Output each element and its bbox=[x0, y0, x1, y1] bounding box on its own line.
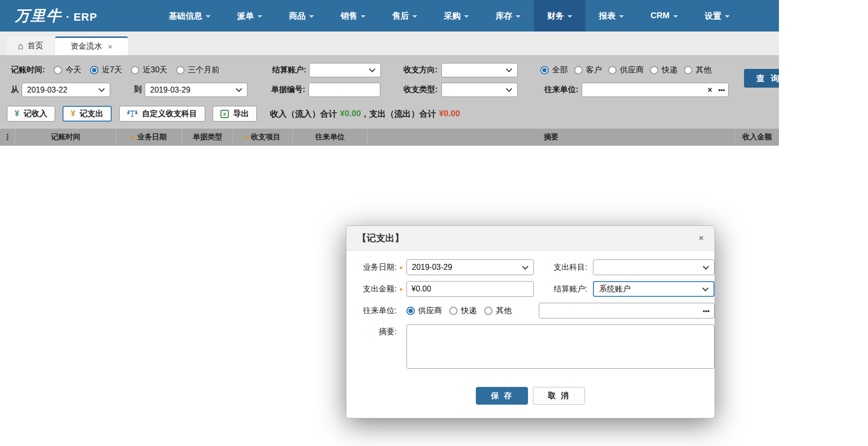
close-icon[interactable]: × bbox=[699, 233, 704, 243]
logo-suffix: · ERP bbox=[66, 11, 97, 24]
nav-item-products[interactable]: 商品 bbox=[276, 0, 327, 32]
nav-item-label: 基础信息 bbox=[169, 10, 202, 22]
radio-icon bbox=[540, 66, 549, 74]
expense-category-select[interactable] bbox=[593, 259, 714, 275]
nav-item-reports[interactable]: 报表 bbox=[586, 0, 637, 32]
dialog-row-summary: 摘要: bbox=[346, 324, 714, 369]
counterparty-label: 往来单位: bbox=[544, 85, 578, 95]
nav-item-purchase[interactable]: 采购 bbox=[431, 0, 482, 32]
filter-time-label: 记账时间: bbox=[11, 65, 45, 75]
ellipsis-icon[interactable]: ••• bbox=[703, 307, 710, 315]
brand-logo: 万里牛 · ERP bbox=[15, 6, 97, 26]
radio-label: 供应商 bbox=[620, 65, 644, 75]
settle-account-select[interactable] bbox=[309, 63, 381, 77]
tab-bar: ⌂ 首页 资金流水 × bbox=[0, 32, 779, 55]
dialog-row-amount-account: 支出金额: ▸ 结算账户: 系统账户 bbox=[346, 281, 714, 297]
nav-item-dispatch[interactable]: 派单 bbox=[224, 0, 276, 32]
select-value: 2019-03-29 bbox=[150, 86, 234, 95]
top-nav: 万里牛 · ERP 基础信息 派单 商品 销售 售后 采购 库存 财务 报表 C… bbox=[0, 0, 779, 32]
nav-item-aftersales[interactable]: 售后 bbox=[379, 0, 431, 32]
radio-other[interactable]: 其他 bbox=[484, 306, 512, 316]
expense-amount-input[interactable] bbox=[406, 281, 534, 297]
radio-label: 近30天 bbox=[143, 65, 167, 75]
type-select[interactable] bbox=[441, 83, 518, 97]
col-income-expense-item[interactable]: ▶ 收支项目 bbox=[233, 128, 293, 146]
tab-home[interactable]: ⌂ 首页 bbox=[7, 36, 54, 55]
nav-item-crm[interactable]: CRM bbox=[637, 0, 691, 32]
balance-scale-icon bbox=[127, 109, 138, 118]
tab-capital-flow[interactable]: 资金流水 × bbox=[55, 36, 128, 55]
nav-item-settings[interactable]: 设置 bbox=[691, 0, 743, 32]
date-from-select[interactable]: 2019-03-22 bbox=[22, 83, 110, 97]
record-expense-button[interactable]: ¥ 记支出 bbox=[62, 106, 112, 122]
col-business-date[interactable]: ▶ 业务日期 bbox=[117, 128, 182, 146]
select-value: 系统账户 bbox=[599, 284, 700, 294]
doc-no-input[interactable] bbox=[309, 83, 380, 97]
row-menu-column[interactable]: ⋮ bbox=[0, 128, 15, 146]
date-to-group: 到 2019-03-29 bbox=[134, 83, 248, 97]
excel-export-icon: x bbox=[220, 110, 229, 118]
totals-separator: ， bbox=[361, 108, 369, 120]
col-summary[interactable]: 摘要 bbox=[368, 128, 735, 146]
radio-customer[interactable]: 客户 bbox=[574, 65, 602, 75]
column-label: 业务日期 bbox=[137, 132, 167, 142]
date-to-select[interactable]: 2019-03-29 bbox=[145, 83, 248, 97]
counterparty-input[interactable] bbox=[539, 303, 714, 319]
settle-account-select[interactable]: 系统账户 bbox=[593, 281, 714, 297]
required-icon: ▸ bbox=[397, 264, 406, 271]
record-income-button[interactable]: ¥ 记收入 bbox=[7, 106, 55, 122]
radio-supplier[interactable]: 供应商 bbox=[406, 306, 442, 316]
yen-icon: ¥ bbox=[15, 109, 19, 118]
caret-down-icon bbox=[257, 15, 262, 18]
direction-select[interactable] bbox=[441, 63, 518, 77]
radio-today[interactable]: 今天 bbox=[54, 65, 81, 75]
logo-text: 万里牛 bbox=[15, 6, 62, 26]
col-doc-type[interactable]: 单据类型 bbox=[182, 128, 233, 146]
chevron-down-icon bbox=[98, 86, 105, 92]
cancel-button[interactable]: 取 消 bbox=[533, 387, 585, 405]
radio-label: 三个月前 bbox=[188, 65, 219, 75]
caret-down-icon bbox=[725, 15, 730, 18]
col-income-amount[interactable]: 收入金额 bbox=[735, 128, 779, 146]
col-counterparty[interactable]: 往来单位 bbox=[293, 128, 368, 146]
nav-item-base-info[interactable]: 基础信息 bbox=[155, 0, 224, 32]
nav-item-finance[interactable]: 财务 bbox=[534, 0, 586, 32]
settle-account-label: 结算账户: bbox=[537, 284, 587, 294]
export-button[interactable]: x 导出 bbox=[213, 106, 257, 122]
counterparty-input[interactable] bbox=[582, 83, 729, 97]
nav-item-label: 派单 bbox=[237, 10, 254, 22]
save-button[interactable]: 保 存 bbox=[476, 387, 528, 405]
nav-item-sales[interactable]: 销售 bbox=[327, 0, 379, 32]
expense-category-label: 支出科目: bbox=[537, 262, 587, 273]
radio-express[interactable]: 快递 bbox=[449, 306, 477, 316]
radio-label: 其他 bbox=[496, 306, 512, 316]
radio-express[interactable]: 快递 bbox=[650, 65, 678, 75]
radio-last7days[interactable]: 近7天 bbox=[90, 65, 122, 75]
caret-down-icon bbox=[673, 15, 678, 18]
settle-account-group: 结算账户: bbox=[272, 63, 381, 77]
clear-icon[interactable]: × bbox=[708, 86, 712, 95]
radio-three-months-ago[interactable]: 三个月前 bbox=[176, 65, 219, 75]
radio-icon bbox=[650, 66, 658, 74]
dialog-header: 【记支出】 × bbox=[346, 226, 714, 251]
radio-other[interactable]: 其他 bbox=[684, 65, 712, 75]
record-income-label: 记收入 bbox=[24, 109, 47, 119]
radio-supplier[interactable]: 供应商 bbox=[608, 65, 644, 75]
chevron-down-icon bbox=[523, 263, 529, 270]
counterparty-group: 往来单位: × ••• bbox=[544, 83, 729, 97]
radio-all[interactable]: 全部 bbox=[540, 65, 568, 75]
ellipsis-icon[interactable]: ••• bbox=[718, 86, 725, 94]
summary-textarea[interactable] bbox=[406, 324, 714, 369]
tab-close-icon[interactable]: × bbox=[108, 43, 113, 50]
search-button[interactable]: 查 询 bbox=[744, 69, 779, 88]
radio-last30days[interactable]: 近30天 bbox=[131, 65, 167, 75]
totals-summary: 收入（流入）合计 ¥0.00 ， 支出（流出）合计 ¥0.00 bbox=[270, 108, 460, 120]
tab-capital-flow-label: 资金流水 bbox=[71, 41, 102, 52]
radio-icon bbox=[684, 66, 692, 74]
col-record-time[interactable]: 记账时间 bbox=[15, 128, 117, 146]
doc-no-group: 单据编号: bbox=[271, 83, 380, 97]
caret-down-icon bbox=[464, 15, 469, 18]
business-date-select[interactable]: 2019-03-29 bbox=[406, 259, 534, 275]
custom-categories-button[interactable]: 自定义收支科目 bbox=[119, 106, 205, 122]
nav-item-inventory[interactable]: 库存 bbox=[482, 0, 534, 32]
